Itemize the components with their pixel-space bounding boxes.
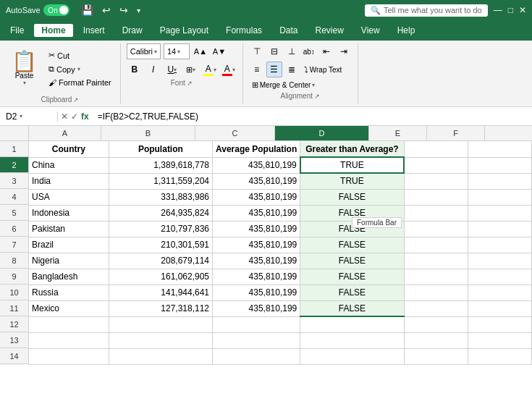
menu-formulas[interactable]: Formulas [219,24,269,37]
cell-d14[interactable] [300,348,404,364]
cell-b14[interactable] [109,348,212,364]
copy-button[interactable]: ⧉ Copy ▾ [46,64,114,75]
row-header-7[interactable]: 7 [0,237,29,253]
cell-c4[interactable]: 435,810,199 [213,189,300,205]
cell-e10[interactable] [404,285,468,300]
menu-view[interactable]: View [354,24,387,37]
cell-b5[interactable]: 264,935,824 [109,205,212,221]
align-left-button[interactable]: ≡ [249,62,265,77]
align-top-button[interactable]: ⊤ [249,43,265,59]
cell-f3[interactable] [468,173,531,189]
cell-b10[interactable]: 141,944,641 [109,285,212,300]
cell-b1[interactable]: Population [109,141,212,157]
cell-b7[interactable]: 210,301,591 [109,237,212,253]
cell-d1[interactable]: Greater than Average? [300,141,404,157]
cell-d7[interactable]: FALSE [300,237,404,253]
cell-c14[interactable] [213,348,300,364]
cell-e13[interactable] [404,332,468,348]
save-icon[interactable]: 💾 [81,4,93,16]
cancel-formula-icon[interactable]: ✕ [61,111,68,122]
col-header-e[interactable]: E [369,126,427,140]
close-icon[interactable]: ✕ [519,5,526,15]
cell-d13[interactable] [300,332,404,348]
cell-a11[interactable]: Mexico [29,300,109,316]
cell-e3[interactable] [404,173,468,189]
formula-content[interactable]: =IF(B2>C2,TRUE,FALSE) [92,111,532,122]
cell-reference[interactable]: D2 ▾ [0,111,58,122]
align-bottom-button[interactable]: ⊥ [284,43,300,59]
cell-e1[interactable] [404,141,468,157]
align-middle-button[interactable]: ⊟ [266,43,282,59]
cell-b8[interactable]: 208,679,114 [109,253,212,269]
cell-a2[interactable]: China [29,157,109,173]
cell-c3[interactable]: 435,810,199 [213,173,300,189]
row-header-10[interactable]: 10 [0,285,29,300]
cell-a3[interactable]: India [29,173,109,189]
align-right-button[interactable]: ≣ [284,62,300,77]
cell-c11[interactable]: 435,810,199 [213,300,300,316]
row-header-3[interactable]: 3 [0,173,29,189]
cell-c5[interactable]: 435,810,199 [213,205,300,221]
cell-a9[interactable]: Bangladesh [29,269,109,285]
cell-a5[interactable]: Indonesia [29,205,109,221]
row-header-4[interactable]: 4 [0,189,29,205]
menu-insert[interactable]: Insert [76,24,112,37]
cell-d2[interactable]: TRUE [300,157,404,173]
row-header-12[interactable]: 12 [0,316,29,332]
cell-a12[interactable] [29,316,109,332]
cell-c6[interactable]: 435,810,199 [213,221,300,237]
confirm-formula-icon[interactable]: ✓ [71,111,78,122]
search-area[interactable]: 🔍 Tell me what you want to do [365,4,488,17]
cell-d3[interactable]: TRUE [300,173,404,189]
cell-b13[interactable] [109,332,212,348]
align-center-button[interactable]: ☰ [266,62,282,77]
cell-e9[interactable] [404,269,468,285]
cell-f9[interactable] [468,269,531,285]
cell-b6[interactable]: 210,797,836 [109,221,212,237]
cell-c1[interactable]: Average Population [213,141,300,157]
col-header-d[interactable]: D [275,126,369,140]
row-header-13[interactable]: 13 [0,332,29,348]
redo-icon[interactable]: ↪ [119,4,128,16]
cell-f4[interactable] [468,189,531,205]
cell-f13[interactable] [468,332,531,348]
clipboard-expand-icon[interactable]: ↗ [73,96,79,104]
menu-help[interactable]: Help [390,24,423,37]
font-size-selector[interactable]: 14 ▾ [164,43,190,59]
cell-e2[interactable] [404,157,468,173]
more-icon[interactable]: ▾ [137,7,140,14]
cell-a6[interactable]: Pakistan [29,221,109,237]
borders-button[interactable]: ⊞ ▾ [183,62,199,77]
cell-d12[interactable] [300,316,404,332]
font-name-selector[interactable]: Calibri ▾ [127,43,161,59]
cell-f2[interactable] [468,157,531,173]
menu-data[interactable]: Data [272,24,305,37]
row-header-9[interactable]: 9 [0,269,29,285]
menu-draw[interactable]: Draw [115,24,150,37]
col-header-a[interactable]: A [29,126,101,140]
cell-e8[interactable] [404,253,468,269]
cell-a10[interactable]: Russia [29,285,109,300]
cell-d10[interactable]: FALSE [300,285,404,300]
cell-c10[interactable]: 435,810,199 [213,285,300,300]
increase-font-button[interactable]: A▲ [193,43,208,59]
font-color-button[interactable]: A ▾ [221,62,237,77]
cell-e6[interactable] [404,221,468,237]
autosave-toggle[interactable]: On [43,4,69,16]
bold-button[interactable]: B [127,62,143,77]
cell-b4[interactable]: 331,883,986 [109,189,212,205]
maximize-icon[interactable]: □ [508,5,513,15]
menu-review[interactable]: Review [308,24,350,37]
cell-e14[interactable] [404,348,468,364]
cell-f11[interactable] [468,300,531,316]
cut-button[interactable]: ✂ Cut [46,50,114,61]
indent-increase-button[interactable]: ⇥ [336,43,352,59]
fill-color-button[interactable]: A ▾ [202,62,218,77]
row-header-8[interactable]: 8 [0,253,29,269]
cell-a13[interactable] [29,332,109,348]
cell-b3[interactable]: 1,311,559,204 [109,173,212,189]
cell-e7[interactable] [404,237,468,253]
cell-d11[interactable]: FALSE [300,300,404,316]
cell-f10[interactable] [468,285,531,300]
cell-f1[interactable] [468,141,531,157]
